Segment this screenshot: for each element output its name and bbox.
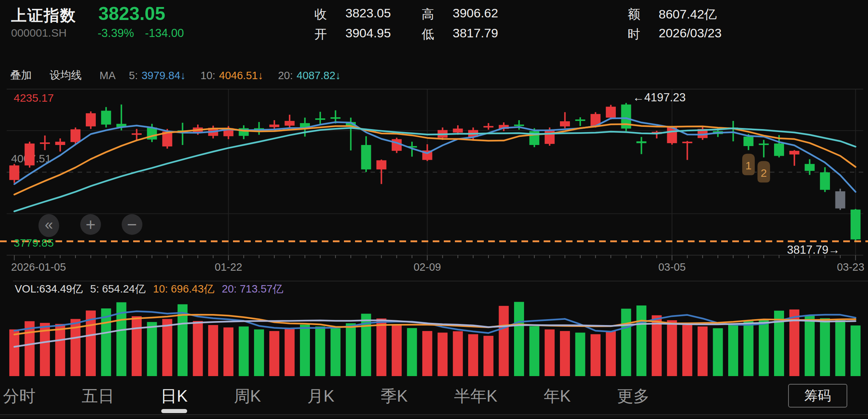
candle[interactable] — [743, 136, 753, 146]
volume-bar[interactable] — [239, 327, 249, 376]
volume-bar[interactable] — [193, 321, 203, 376]
volume-bar[interactable] — [392, 325, 402, 376]
candle[interactable] — [453, 129, 463, 133]
volume-bar[interactable] — [713, 328, 723, 376]
candle[interactable] — [789, 151, 799, 155]
volume-bar[interactable] — [346, 323, 356, 376]
candle[interactable] — [71, 129, 81, 142]
tab-daily-k[interactable]: 日K — [161, 385, 188, 407]
tab-half-year-k[interactable]: 半年K — [454, 385, 497, 407]
volume-bar[interactable] — [728, 324, 738, 376]
tab-monthly-k[interactable]: 月K — [307, 385, 334, 407]
volume-bar[interactable] — [468, 334, 478, 376]
collapse-button[interactable]: « — [38, 214, 59, 237]
candle[interactable] — [682, 142, 692, 143]
volume-bar[interactable] — [759, 320, 769, 376]
volume-bar[interactable] — [560, 331, 570, 376]
candle[interactable] — [606, 107, 616, 118]
zoom-in-button[interactable]: + — [80, 214, 101, 235]
tab-quarterly-k[interactable]: 季K — [381, 385, 408, 407]
volume-bar[interactable] — [636, 305, 646, 376]
tab-five-day[interactable]: 五日 — [82, 385, 114, 407]
candle[interactable] — [315, 118, 325, 120]
volume-bar[interactable] — [438, 332, 447, 376]
volume-bar[interactable] — [407, 328, 417, 376]
candle[interactable] — [636, 141, 646, 143]
candle[interactable] — [560, 121, 570, 126]
candlestick-chart[interactable]: 12 — [0, 0, 868, 419]
volume-bar[interactable] — [682, 325, 692, 376]
candle[interactable] — [759, 143, 769, 145]
candle[interactable] — [40, 142, 50, 144]
volume-ma10: 10: 696.43亿 — [153, 282, 215, 297]
candle[interactable] — [774, 143, 784, 156]
candle[interactable] — [25, 143, 35, 165]
candle[interactable] — [514, 125, 524, 126]
event-marker-number: 1 — [745, 159, 752, 172]
volume-bar[interactable] — [9, 330, 19, 376]
tab-weekly-k[interactable]: 周K — [234, 385, 261, 407]
tab-minute[interactable]: 分时 — [3, 385, 36, 407]
volume-bar[interactable] — [331, 328, 341, 376]
tab-yearly-k[interactable]: 年K — [544, 385, 571, 407]
candle[interactable] — [361, 145, 371, 169]
volume-bar[interactable] — [422, 331, 432, 376]
volume-bar[interactable] — [254, 330, 264, 376]
volume-bar[interactable] — [208, 325, 218, 376]
zoom-out-button[interactable]: − — [122, 214, 142, 235]
volume-bar[interactable] — [376, 318, 386, 376]
volume-bar[interactable] — [529, 326, 539, 376]
candle[interactable] — [835, 191, 845, 208]
low-price-annotation: 3817.79→ — [787, 243, 840, 257]
candle[interactable] — [820, 172, 830, 190]
event-marker-number: 2 — [761, 167, 767, 179]
tab-more[interactable]: 更多 — [617, 385, 649, 407]
candle[interactable] — [545, 130, 555, 144]
ma20-line — [14, 128, 856, 211]
chip-distribution-button[interactable]: 筹码 — [788, 384, 847, 408]
volume-bar[interactable] — [698, 327, 707, 376]
candle[interactable] — [55, 142, 65, 145]
volume-bar[interactable] — [300, 325, 310, 376]
volume-bar[interactable] — [285, 328, 295, 376]
candle[interactable] — [269, 125, 279, 127]
candle[interactable] — [9, 165, 19, 180]
volume-bar[interactable] — [223, 327, 233, 376]
candle[interactable] — [851, 210, 861, 240]
volume-bar[interactable] — [147, 322, 157, 376]
volume-bar[interactable] — [621, 309, 631, 376]
candle[interactable] — [285, 121, 295, 126]
volume-bar[interactable] — [101, 308, 111, 376]
volume-bar[interactable] — [667, 320, 677, 376]
volume-bar[interactable] — [606, 331, 616, 376]
period-tabbar: 分时五日日K周K月K季K半年K年K更多 — [3, 385, 649, 407]
candle[interactable] — [132, 133, 142, 135]
candle[interactable] — [101, 111, 111, 124]
candle[interactable] — [376, 160, 386, 169]
candle[interactable] — [483, 126, 493, 128]
candle[interactable] — [805, 164, 815, 171]
volume-bar[interactable] — [575, 332, 585, 376]
volume-bar[interactable] — [835, 320, 845, 376]
volume-bar[interactable] — [851, 325, 861, 376]
volume-bar[interactable] — [499, 306, 509, 376]
candle[interactable] — [575, 119, 585, 121]
app-root: 上证指数 000001.SH 3823.05 -3.39% -134.00 收3… — [0, 0, 868, 419]
candle[interactable] — [392, 139, 402, 151]
volume-bar[interactable] — [315, 327, 325, 376]
volume-bar[interactable] — [743, 321, 753, 376]
volume-bar[interactable] — [805, 315, 815, 376]
volume-bar[interactable] — [55, 324, 65, 376]
volume-bar[interactable] — [545, 330, 555, 376]
candle[interactable] — [86, 113, 96, 126]
candle[interactable] — [331, 117, 341, 119]
volume-bar[interactable] — [453, 331, 463, 376]
volume-bar[interactable] — [514, 302, 524, 376]
volume-bar[interactable] — [269, 331, 279, 376]
volume-bar[interactable] — [162, 319, 172, 376]
volume-bar[interactable] — [483, 336, 493, 376]
volume-bar[interactable] — [132, 316, 142, 376]
volume-current: VOL:634.49亿 — [15, 282, 83, 297]
volume-bar[interactable] — [820, 318, 830, 376]
volume-bar[interactable] — [591, 334, 601, 376]
